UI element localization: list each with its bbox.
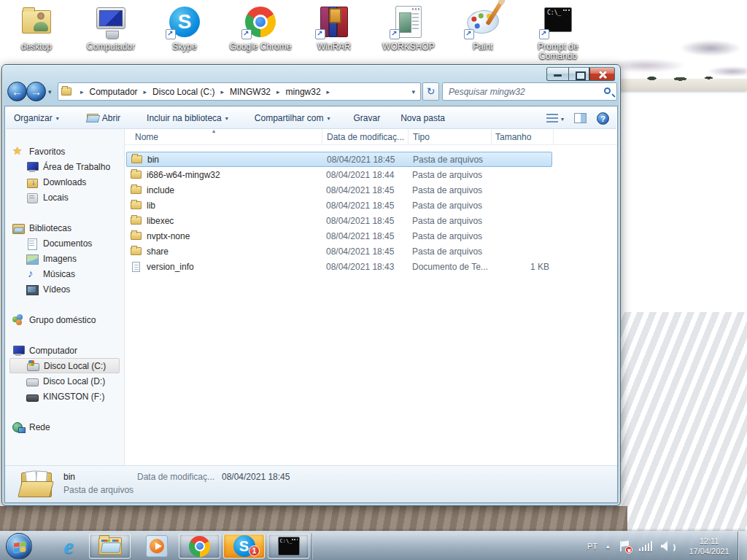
sidebar-section-bibliotecas[interactable]: Bibliotecas [5, 220, 124, 236]
desktop-icon-workshop[interactable]: WORKSHOP [375, 4, 442, 52]
skype-notification-badge: 1 [249, 545, 260, 556]
shortcut-arrow-icon [315, 29, 325, 39]
shortcut-arrow-icon [390, 29, 400, 39]
sidebar-item-disco-local-d[interactable]: Disco Local (D:) [5, 373, 124, 389]
text-document-icon [132, 262, 140, 272]
minimize-button[interactable] [546, 67, 568, 81]
desktop-icon-label: Skype [151, 42, 218, 52]
help-button[interactable]: ? [597, 112, 609, 125]
file-row-nvptx-none[interactable]: nvptx-none 08/04/2021 18:45 Pasta de arq… [126, 228, 552, 244]
organize-menu[interactable]: Organizar▾ [6, 107, 67, 128]
address-dropdown-icon[interactable]: ▾ [411, 88, 420, 96]
breadcrumb-disco-c[interactable]: Disco Local (C:) [151, 87, 216, 97]
sidebar-section-rede[interactable]: Rede [5, 419, 124, 435]
desktop-icon-winrar[interactable]: WinRAR [301, 4, 368, 52]
documents-icon [26, 238, 39, 249]
sidebar-item-locais[interactable]: Locais [5, 190, 124, 205]
maximize-button[interactable] [568, 67, 589, 81]
folder-icon [131, 232, 142, 240]
window-controls [546, 67, 615, 81]
desktop-icon-skype[interactable]: S Skype [151, 4, 218, 52]
shortcut-arrow-icon [241, 29, 252, 39]
column-headers: Nome ▴ Data de modificaç... Tipo Tamanho [125, 129, 617, 145]
change-view-button[interactable]: ▾ [546, 114, 564, 123]
file-row-lib[interactable]: lib 08/04/2021 18:45 Pasta de arquivos [126, 198, 552, 213]
file-row-libexec[interactable]: libexec 08/04/2021 18:45 Pasta de arquiv… [126, 213, 552, 228]
taskbar-chrome-button[interactable] [179, 534, 220, 559]
show-desktop-button[interactable] [738, 532, 747, 560]
sidebar-item-downloads[interactable]: Downloads [5, 174, 124, 190]
taskbar-explorer-button[interactable] [89, 534, 131, 559]
sidebar-item-imagens[interactable]: Imagens [5, 251, 124, 266]
back-button[interactable]: ← [7, 82, 27, 101]
breadcrumb-computador[interactable]: Computador [88, 87, 139, 97]
sidebar-item-kingston-f[interactable]: KINGSTON (F:) [5, 389, 124, 404]
show-hidden-icons-button[interactable]: ▴ [606, 542, 610, 550]
desktop-icon-label: WORKSHOP [375, 42, 442, 52]
address-bar[interactable]: ▸ Computador ▸ Disco Local (C:) ▸ MINGW3… [58, 82, 421, 101]
crumb-separator-icon[interactable]: ▸ [216, 88, 228, 96]
computer-icon [96, 7, 125, 29]
recent-pages-chevron-icon[interactable]: ▾ [48, 88, 52, 96]
taskbar-wmp-button[interactable] [136, 534, 177, 559]
network-signal-icon[interactable] [639, 541, 653, 551]
desktop-icon-chrome[interactable]: Google Chrome [227, 4, 294, 52]
sidebar-section-favoritos[interactable]: Favoritos [5, 144, 124, 159]
crumb-separator-icon[interactable]: ▸ [322, 88, 335, 96]
command-prompt-icon: C:\_ [278, 537, 300, 556]
desktop-icon-paint[interactable]: Paint [449, 4, 516, 52]
internet-explorer-icon: e [64, 535, 74, 557]
chevron-down-icon: ▾ [328, 115, 330, 122]
column-header-tipo[interactable]: Tipo [409, 129, 492, 144]
burn-button[interactable]: Gravar [346, 107, 389, 128]
crumb-separator-icon[interactable]: ▸ [272, 88, 285, 96]
file-row-include[interactable]: include 08/04/2021 18:45 Pasta de arquiv… [126, 182, 552, 198]
sidebar-section-grupo-domestico[interactable]: Grupo doméstico [5, 312, 124, 327]
breadcrumb-mingw32[interactable]: mingw32 [285, 87, 322, 97]
system-tray: PT ▴ 12:11 17/04/2021 [587, 532, 735, 560]
column-header-data[interactable]: Data de modificaç... [322, 129, 409, 144]
file-row-bin[interactable]: bin 08/04/2021 18:45 Pasta de arquivos [126, 152, 552, 167]
desktop-icon-desktop[interactable]: desktop [3, 4, 70, 52]
start-button[interactable] [6, 533, 32, 559]
desktop-icon-cmd[interactable]: C:\_ Prompt de Comando [525, 4, 592, 61]
computer-icon [12, 345, 25, 357]
desktop-icon-computador[interactable]: Computador [77, 4, 144, 52]
include-in-library-menu[interactable]: Incluir na biblioteca▾ [139, 107, 236, 128]
search-box[interactable] [442, 82, 617, 101]
language-indicator[interactable]: PT [587, 542, 597, 551]
close-button[interactable] [589, 67, 615, 81]
taskbar-cmd-button[interactable]: C:\_ [268, 534, 309, 559]
column-header-tamanho[interactable]: Tamanho [492, 129, 554, 144]
crumb-separator-icon[interactable]: ▸ [139, 88, 152, 96]
breadcrumb-mingw32-upper[interactable]: MINGW32 [228, 87, 272, 97]
explorer-main: Favoritos Área de Trabalho Downloads Loc… [5, 129, 617, 465]
volume-icon[interactable] [661, 541, 674, 551]
folder-icon [131, 186, 142, 194]
preview-pane-button[interactable] [574, 113, 587, 123]
sidebar-section-computador[interactable]: Computador [5, 343, 124, 358]
shortcut-arrow-icon [166, 29, 176, 39]
clock[interactable]: 12:11 17/04/2021 [683, 536, 735, 556]
refresh-button[interactable]: ↻ [422, 82, 439, 101]
taskbar-ie-button[interactable]: e [48, 534, 90, 559]
sidebar-item-area-de-trabalho[interactable]: Área de Trabalho [5, 159, 124, 174]
file-row-share[interactable]: share 08/04/2021 18:45 Pasta de arquivos [126, 244, 552, 259]
file-row-i686-w64-mingw32[interactable]: i686-w64-mingw32 08/04/2021 18:44 Pasta … [126, 167, 552, 182]
sidebar-item-musicas[interactable]: Músicas [5, 266, 124, 281]
sidebar-item-disco-local-c[interactable]: Disco Local (C:) [9, 358, 120, 373]
file-row-version-info[interactable]: version_info 08/04/2021 18:43 Documento … [126, 259, 552, 274]
sidebar-item-documentos[interactable]: Documentos [5, 236, 124, 251]
wallpaper-vegetation [638, 76, 732, 81]
open-button[interactable]: Abrir [79, 107, 128, 128]
share-with-menu[interactable]: Compartilhar com▾ [247, 107, 338, 128]
search-input[interactable] [443, 83, 616, 100]
column-header-nome[interactable]: Nome ▴ [125, 129, 322, 144]
forward-button[interactable]: → [26, 82, 46, 101]
new-folder-button[interactable]: Nova pasta [392, 107, 453, 128]
navigation-pane: Favoritos Área de Trabalho Downloads Loc… [5, 129, 125, 465]
sidebar-item-videos[interactable]: Vídeos [5, 281, 124, 297]
folder-icon [131, 217, 142, 225]
taskbar-skype-button[interactable]: S 1 [223, 534, 265, 559]
action-center-flag-icon[interactable] [619, 540, 630, 552]
